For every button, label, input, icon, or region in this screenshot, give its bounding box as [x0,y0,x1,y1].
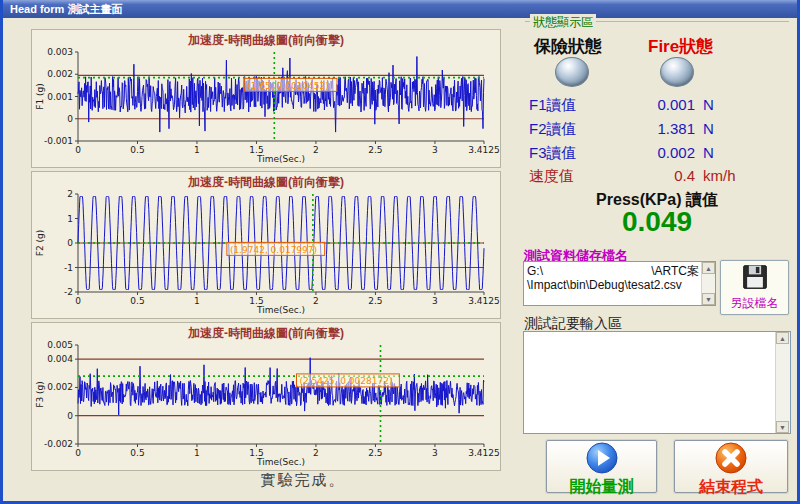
safe-status-led [555,57,589,87]
svg-text:1: 1 [194,296,200,306]
svg-text:F3 (g): F3 (g) [35,381,45,408]
svg-text:2: 2 [313,448,319,458]
reading-unit-f2: N [695,120,725,139]
notes-scrollbar[interactable]: ▲ ▼ [775,332,790,433]
path-scrollbar[interactable]: ▲ ▼ [701,262,715,305]
chart-plot-f2[interactable]: -2-101200.511.522.533.4125Time(Sec.)F2 (… [32,188,500,316]
svg-text:F1 (g): F1 (g) [35,83,45,110]
svg-text:-0.001: -0.001 [44,136,73,146]
reading-unit-speed: km/h [695,167,725,186]
close-icon [713,440,749,479]
svg-text:(1.9742, 0.017997): (1.9742, 0.017997) [230,245,317,255]
svg-text:-1: -1 [64,263,73,273]
chart-title-f3: 加速度-時間曲線圖(前向衝擊) [32,323,500,339]
reading-label-f1: F1讀值 [529,96,577,115]
exit-program-button[interactable]: 結束程式 [674,440,788,493]
reading-value-f1: 0.001 [657,96,695,115]
fire-status-label: Fire狀態 [648,35,713,58]
file-path-line2: \Impact\bin\Debug\tesat2.csv [527,278,699,292]
press-reading-value: 0.049 [523,206,791,238]
safe-status-label: 保險狀態 [534,35,602,58]
app-window: Head form 測試主畫面 加速度-時間曲線圖(前向衝擊) -0.00100… [0,0,800,504]
svg-text:(2.5425, 0.0028172): (2.5425, 0.0028172) [299,376,392,386]
reading-unit-f3: N [695,144,725,163]
status-group-label: 狀態顯示區 [530,14,596,31]
fire-status-led [660,57,694,87]
svg-text:0.004: 0.004 [47,354,73,364]
svg-text:2.5: 2.5 [368,145,382,155]
reading-label-f2: F2讀值 [529,120,577,139]
chart-plot-f1[interactable]: -0.00100.0010.0020.00300.511.522.533.412… [32,46,500,165]
svg-text:0: 0 [75,448,81,458]
svg-text:0.5: 0.5 [130,296,144,306]
svg-text:2.5: 2.5 [368,448,382,458]
reading-value-speed: 0.4 [674,167,695,186]
reading-row-f2: F2讀值 1.381 N [529,120,725,139]
experiment-status-text: 實驗完成。 [173,471,433,490]
svg-text:3: 3 [432,448,438,458]
svg-text:0.5: 0.5 [130,145,144,155]
svg-text:0: 0 [67,411,73,421]
svg-text:Time(Sec.): Time(Sec.) [256,457,305,467]
save-icon [741,263,769,294]
svg-text:3.4125: 3.4125 [468,448,500,458]
chart-title-f2: 加速度-時間曲線圖(前向衝擊) [32,172,500,188]
svg-text:0.003: 0.003 [47,47,73,57]
reading-value-f3: 0.002 [657,144,695,163]
chart-panel-f3: 加速度-時間曲線圖(前向衝擊) -0.00200.0020.0040.00500… [31,322,501,471]
play-icon [584,440,620,479]
svg-text:0.001: 0.001 [47,92,73,102]
title-bar[interactable]: Head form 測試主畫面 [3,0,797,18]
svg-text:2.5: 2.5 [368,296,382,306]
notes-input[interactable]: ▲ ▼ [523,331,791,434]
start-measure-label: 開始量測 [570,479,634,495]
svg-text:Time(Sec.): Time(Sec.) [256,154,305,164]
reading-label-f3: F3讀值 [529,144,577,163]
svg-text:0.002: 0.002 [47,69,73,79]
svg-text:3: 3 [432,145,438,155]
svg-text:2: 2 [67,189,73,199]
svg-text:1: 1 [194,145,200,155]
svg-text:0: 0 [75,296,81,306]
scroll-up-icon[interactable]: ▲ [702,262,715,274]
chart-plot-f3[interactable]: -0.00200.0020.0040.00500.511.522.533.412… [32,339,500,468]
file-path-text: G:\ \ARTC案 \Impact\bin\Debug\tesat2.csv [524,262,701,305]
scroll-down-icon[interactable]: ▼ [702,293,715,305]
reading-value-f2: 1.381 [657,120,695,139]
save-as-button-label: 另設檔名 [731,295,779,312]
svg-text:2: 2 [313,145,319,155]
reading-row-f1: F1讀值 0.001 N [529,96,725,115]
scroll-down-icon[interactable]: ▼ [776,421,789,433]
svg-text:3: 3 [432,296,438,306]
svg-text:2: 2 [313,296,319,306]
file-path-input[interactable]: G:\ \ARTC案 \Impact\bin\Debug\tesat2.csv … [523,261,716,306]
svg-text:-2: -2 [64,287,73,297]
svg-text:0.5: 0.5 [130,448,144,458]
reading-label-speed: 速度值 [529,167,574,186]
reading-row-speed: 速度值 0.4 km/h [529,167,725,186]
svg-text:F2 (g): F2 (g) [35,230,45,257]
file-path-line1-left: G:\ [527,264,543,278]
svg-text:3.4125: 3.4125 [468,296,500,306]
chart-panel-f2: 加速度-時間曲線圖(前向衝擊) -2-101200.511.522.533.41… [31,171,501,319]
svg-text:3.4125: 3.4125 [468,145,500,155]
svg-text:Time(Sec.): Time(Sec.) [256,305,305,315]
file-path-line1-right: \ARTC案 [651,264,699,278]
save-as-button[interactable]: 另設檔名 [720,260,789,315]
svg-text:0.005: 0.005 [47,340,73,350]
chart-title-f1: 加速度-時間曲線圖(前向衝擊) [32,30,500,46]
scroll-up-icon[interactable]: ▲ [776,332,789,344]
svg-text:(1.65, 0.0010452): (1.65, 0.0010452) [247,81,328,91]
start-measure-button[interactable]: 開始量測 [546,440,657,493]
chart-panel-f1: 加速度-時間曲線圖(前向衝擊) -0.00100.0010.0020.00300… [31,29,501,168]
reading-row-f3: F3讀值 0.002 N [529,144,725,163]
svg-text:0: 0 [67,114,73,124]
svg-text:0: 0 [75,145,81,155]
svg-text:1: 1 [67,214,73,224]
reading-unit-f1: N [695,96,725,115]
svg-text:0: 0 [67,238,73,248]
svg-text:-0.002: -0.002 [44,439,73,449]
exit-program-label: 結束程式 [699,479,763,495]
window-title: Head form 測試主畫面 [10,2,122,17]
svg-text:1: 1 [194,448,200,458]
